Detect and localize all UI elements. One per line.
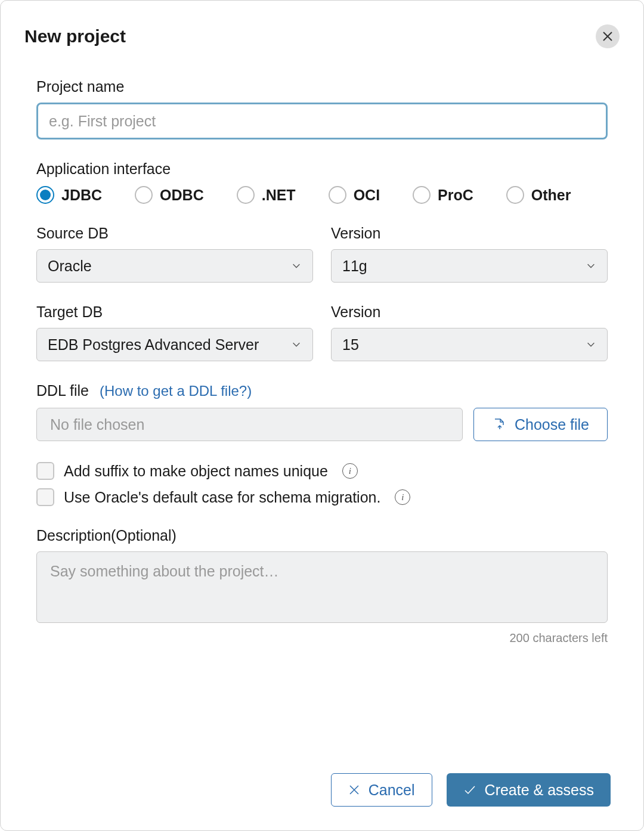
suffix-label: Add suffix to make object names unique	[64, 463, 328, 480]
source-db-value: Oracle	[48, 258, 92, 275]
source-version-col: Version 11g	[331, 225, 608, 283]
ddl-help-link[interactable]: (How to get a DDL file?)	[100, 383, 252, 399]
project-name-label: Project name	[36, 78, 608, 95]
new-project-modal: New project Project name Application int…	[0, 0, 644, 831]
radio-oci[interactable]: OCI	[329, 186, 380, 204]
radio-proc[interactable]: ProC	[413, 186, 473, 204]
create-assess-button[interactable]: Create & assess	[447, 773, 611, 807]
close-icon	[348, 784, 360, 796]
radio-label: ODBC	[160, 187, 204, 204]
info-icon[interactable]: i	[395, 489, 410, 505]
radio-indicator	[36, 186, 54, 204]
radio-other[interactable]: Other	[506, 186, 571, 204]
close-icon	[602, 31, 613, 42]
oracle-case-label: Use Oracle's default case for schema mig…	[64, 489, 380, 506]
target-version-value: 15	[342, 336, 359, 354]
radio-jdbc[interactable]: JDBC	[36, 186, 102, 204]
check-icon	[463, 783, 476, 796]
chevron-down-icon	[291, 339, 302, 350]
radio-indicator	[237, 186, 255, 204]
choose-file-label: Choose file	[515, 416, 589, 433]
target-db-col: Target DB EDB Postgres Advanced Server	[36, 303, 313, 361]
project-name-section: Project name	[36, 78, 608, 139]
radio-label: Other	[531, 187, 571, 204]
ddl-placeholder: No file chosen	[50, 416, 144, 433]
radio-indicator	[506, 186, 524, 204]
chevron-down-icon	[586, 261, 596, 271]
description-section: Description(Optional) 200 characters lef…	[36, 527, 608, 645]
radio-dotnet[interactable]: .NET	[237, 186, 296, 204]
target-version-col: Version 15	[331, 303, 608, 361]
modal-header: New project	[24, 24, 620, 48]
description-label: Description(Optional)	[36, 527, 608, 544]
source-db-select[interactable]: Oracle	[36, 249, 313, 283]
source-db-row: Source DB Oracle Version 11g	[36, 225, 608, 283]
cancel-label: Cancel	[369, 782, 415, 799]
target-db-label: Target DB	[36, 303, 313, 321]
app-interface-radios: JDBC ODBC .NET OCI ProC	[36, 186, 608, 204]
source-db-col: Source DB Oracle	[36, 225, 313, 283]
radio-label: JDBC	[61, 187, 102, 204]
target-db-value: EDB Postgres Advanced Server	[48, 336, 259, 354]
oracle-case-checkbox[interactable]	[36, 488, 54, 506]
radio-indicator	[329, 186, 346, 204]
ddl-label: DDL file	[36, 382, 89, 399]
options-section: Add suffix to make object names unique i…	[36, 462, 608, 506]
source-version-value: 11g	[342, 258, 367, 275]
radio-label: OCI	[354, 187, 380, 204]
choose-file-button[interactable]: Choose file	[473, 408, 608, 441]
form-body: Project name Application interface JDBC …	[24, 78, 620, 645]
description-textarea[interactable]	[36, 551, 608, 623]
target-db-row: Target DB EDB Postgres Advanced Server V…	[36, 303, 608, 361]
app-interface-section: Application interface JDBC ODBC .NET OCI	[36, 160, 608, 204]
source-version-select[interactable]: 11g	[331, 249, 608, 283]
radio-indicator	[135, 186, 153, 204]
create-assess-label: Create & assess	[485, 782, 594, 799]
source-version-label: Version	[331, 225, 608, 242]
close-button[interactable]	[596, 24, 620, 48]
char-count: 200 characters left	[36, 631, 608, 645]
suffix-checkbox[interactable]	[36, 462, 54, 480]
info-icon[interactable]: i	[342, 463, 358, 479]
ddl-label-row: DDL file (How to get a DDL file?)	[36, 382, 608, 399]
upload-icon	[492, 417, 506, 432]
cancel-button[interactable]: Cancel	[331, 773, 432, 807]
radio-label: ProC	[438, 187, 473, 204]
modal-title: New project	[24, 26, 126, 46]
oracle-case-checkbox-row: Use Oracle's default case for schema mig…	[36, 488, 608, 506]
target-db-select[interactable]: EDB Postgres Advanced Server	[36, 328, 313, 361]
ddl-file-row: No file chosen Choose file	[36, 408, 608, 441]
radio-indicator	[413, 186, 431, 204]
target-version-select[interactable]: 15	[331, 328, 608, 361]
app-interface-label: Application interface	[36, 160, 608, 178]
ddl-file-display: No file chosen	[36, 408, 463, 441]
ddl-section: DDL file (How to get a DDL file?) No fil…	[36, 382, 608, 441]
target-version-label: Version	[331, 303, 608, 321]
suffix-checkbox-row: Add suffix to make object names unique i	[36, 462, 608, 480]
radio-label: .NET	[262, 187, 296, 204]
chevron-down-icon	[291, 261, 302, 271]
source-db-label: Source DB	[36, 225, 313, 242]
project-name-input[interactable]	[36, 103, 608, 139]
modal-footer: Cancel Create & assess	[331, 773, 611, 807]
radio-odbc[interactable]: ODBC	[135, 186, 204, 204]
chevron-down-icon	[586, 339, 596, 350]
